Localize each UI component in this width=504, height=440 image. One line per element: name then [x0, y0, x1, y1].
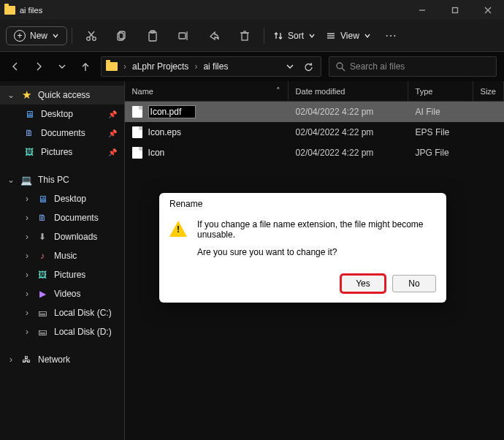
sidebar: ⌄ ★ Quick access 🖥 Desktop 📌 🗎 Documents…	[0, 81, 125, 440]
cut-button[interactable]	[77, 25, 106, 47]
paste-button[interactable]	[138, 25, 167, 47]
desktop-icon: 🖥	[37, 193, 48, 205]
column-date[interactable]: Date modified	[289, 81, 408, 101]
sidebar-item-label: Quick access	[38, 90, 90, 100]
svg-line-6	[89, 31, 94, 37]
view-label: View	[340, 31, 359, 41]
search-input[interactable]: Search ai files	[329, 56, 497, 77]
dialog-message-1: If you change a file name extension, the…	[197, 219, 436, 240]
sidebar-item-pc-music[interactable]: › ♪ Music	[0, 246, 124, 265]
sidebar-item-disk-d[interactable]: › 🖴 Local Disk (D:)	[0, 322, 124, 341]
sidebar-item-pc-documents[interactable]: › 🗎 Documents	[0, 208, 124, 227]
no-button[interactable]: No	[392, 275, 436, 292]
back-button[interactable]	[7, 58, 23, 75]
file-row[interactable]: 02/04/2022 4:22 pm AI File	[125, 102, 504, 122]
close-button[interactable]	[471, 0, 504, 20]
sidebar-item-pictures[interactable]: 🖼 Pictures 📌	[0, 143, 124, 162]
videos-icon: ▶	[37, 288, 48, 300]
sidebar-item-pc-pictures[interactable]: › 🖼 Pictures	[0, 265, 124, 284]
chevron-down-icon[interactable]	[286, 62, 294, 71]
toolbar-divider	[72, 28, 72, 44]
chevron-right-icon: ›	[7, 354, 15, 365]
svg-point-5	[93, 37, 96, 40]
pin-icon: 📌	[108, 110, 117, 118]
svg-rect-10	[149, 32, 156, 41]
sidebar-item-desktop[interactable]: 🖥 Desktop 📌	[0, 105, 124, 124]
breadcrumb-seg[interactable]: aLphr Projects	[132, 61, 188, 72]
breadcrumb-sep: ›	[123, 61, 126, 72]
chevron-right-icon: ›	[23, 213, 31, 223]
file-row[interactable]: Icon.eps 02/04/2022 4:22 pm EPS File	[125, 122, 504, 143]
chevron-down-icon: ⌄	[7, 175, 15, 185]
folder-icon	[4, 6, 15, 15]
music-icon: ♪	[37, 250, 48, 262]
dialog-title: Rename	[159, 193, 446, 213]
forward-button[interactable]	[31, 58, 47, 75]
yes-button[interactable]: Yes	[341, 275, 385, 292]
column-size[interactable]: Size	[473, 81, 504, 101]
file-name: Icon	[148, 148, 165, 158]
svg-point-23	[337, 63, 343, 69]
file-type: JPG File	[408, 148, 473, 158]
sidebar-item-pc-downloads[interactable]: › ⬇ Downloads	[0, 227, 124, 246]
minimize-button[interactable]	[405, 0, 438, 20]
file-row[interactable]: Icon 02/04/2022 4:22 pm JPG File	[125, 143, 504, 163]
sidebar-item-this-pc[interactable]: ⌄ 💻 This PC	[0, 170, 124, 189]
sidebar-item-label: Desktop	[41, 109, 73, 119]
recent-button[interactable]	[54, 58, 70, 75]
copy-button[interactable]	[107, 25, 137, 47]
chevron-right-icon: ›	[23, 289, 31, 299]
view-button[interactable]: View	[321, 31, 375, 41]
sort-label: Sort	[288, 31, 304, 41]
file-explorer-window: { "titlebar": { "title": "ai files" }, "…	[0, 0, 504, 440]
sidebar-item-quick-access[interactable]: ⌄ ★ Quick access	[0, 86, 124, 105]
sidebar-item-pc-desktop[interactable]: › 🖥 Desktop	[0, 189, 124, 208]
refresh-button[interactable]	[300, 58, 316, 75]
chevron-down-icon	[364, 32, 371, 39]
column-label: Type	[416, 87, 433, 96]
file-name: Icon.eps	[148, 127, 181, 137]
dialog-message-2: Are you sure you want to change it?	[197, 247, 436, 257]
breadcrumb-sep: ›	[194, 61, 197, 72]
pictures-icon: 🖼	[23, 146, 35, 158]
maximize-button[interactable]	[438, 0, 471, 20]
network-icon: 🖧	[20, 354, 32, 365]
sidebar-item-network[interactable]: › 🖧 Network	[0, 350, 124, 369]
chevron-right-icon: ›	[23, 308, 31, 318]
chevron-right-icon: ›	[23, 327, 31, 337]
breadcrumb-seg[interactable]: ai files	[203, 61, 228, 72]
search-icon	[335, 61, 345, 72]
share-button[interactable]	[199, 25, 229, 47]
search-placeholder: Search ai files	[350, 61, 405, 72]
breadcrumb[interactable]: › aLphr Projects › ai files	[101, 56, 321, 77]
sort-button[interactable]: Sort	[269, 31, 320, 41]
file-icon	[132, 106, 142, 118]
folder-icon	[106, 62, 118, 71]
new-button[interactable]: + New	[6, 26, 67, 45]
downloads-icon: ⬇	[37, 231, 48, 243]
sidebar-item-pc-videos[interactable]: › ▶ Videos	[0, 284, 124, 303]
desktop-icon: 🖥	[23, 108, 35, 120]
new-label: New	[30, 31, 47, 41]
column-name[interactable]: Name ˄	[125, 81, 289, 101]
up-button[interactable]	[77, 58, 93, 75]
documents-icon: 🗎	[37, 212, 48, 224]
rename-input[interactable]	[148, 105, 196, 118]
sidebar-item-disk-c[interactable]: › 🖴 Local Disk (C:)	[0, 303, 124, 322]
sort-icon	[273, 31, 283, 41]
sidebar-item-label: Pictures	[41, 147, 72, 157]
more-button[interactable]: ⋯	[377, 25, 406, 47]
pin-icon: 📌	[108, 129, 117, 137]
sidebar-item-label: Pictures	[54, 270, 85, 280]
file-date: 02/04/2022 4:22 pm	[289, 127, 408, 137]
svg-line-7	[88, 31, 93, 37]
delete-button[interactable]	[230, 25, 259, 47]
svg-point-4	[87, 37, 91, 40]
sidebar-item-label: Music	[54, 251, 77, 261]
window-title: ai files	[20, 6, 42, 15]
sidebar-item-documents[interactable]: 🗎 Documents 📌	[0, 124, 124, 143]
address-row: › aLphr Projects › ai files Search ai fi…	[0, 52, 504, 81]
column-header-row: Name ˄ Date modified Type Size	[125, 81, 504, 102]
column-type[interactable]: Type	[408, 81, 473, 101]
rename-button[interactable]	[169, 25, 198, 47]
